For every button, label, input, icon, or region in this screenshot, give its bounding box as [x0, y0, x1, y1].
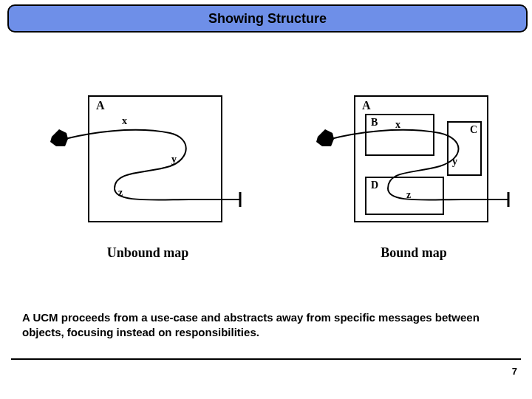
- point-z-label: z: [118, 187, 123, 198]
- footer-rule: [11, 358, 521, 360]
- bound-map-svg: A B C D x y z: [310, 89, 517, 236]
- box-b-label: B: [371, 117, 378, 128]
- point-y-label: y: [171, 154, 177, 165]
- unbound-map-caption: Unbound map: [30, 245, 266, 261]
- start-node-icon: [316, 129, 334, 146]
- box-a-label: A: [96, 99, 105, 112]
- box-c-label: C: [470, 124, 477, 135]
- bound-map-caption: Bound map: [296, 245, 532, 261]
- ucm-path-icon: [65, 130, 240, 200]
- start-node-icon: [50, 129, 68, 146]
- point-x-label: x: [395, 119, 400, 130]
- page-number: 7: [512, 366, 517, 377]
- point-z-label: z: [406, 189, 411, 200]
- diagram-area: A x y z Unbound map A B: [0, 89, 532, 288]
- unbound-map-svg: A x y z: [44, 89, 251, 236]
- slide: Showing Structure A x y z Unbound map: [0, 0, 532, 399]
- box-a-icon: [89, 96, 222, 222]
- title-bar: Showing Structure: [7, 4, 528, 33]
- bound-map-figure: A B C D x y z Bound ma: [296, 89, 532, 281]
- box-a-label: A: [362, 99, 371, 112]
- slide-title: Showing Structure: [208, 11, 327, 27]
- point-x-label: x: [122, 115, 127, 126]
- unbound-map-figure: A x y z Unbound map: [30, 89, 266, 281]
- point-y-label: y: [452, 156, 457, 167]
- body-text: A UCM proceeds from a use-case and abstr…: [22, 310, 510, 341]
- box-d-label: D: [371, 180, 378, 191]
